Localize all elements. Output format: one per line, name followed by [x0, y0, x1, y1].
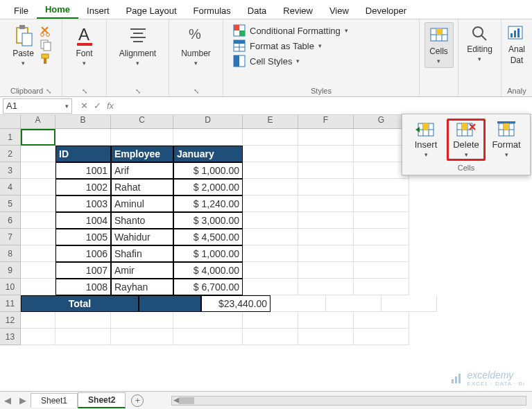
- tab-formulas[interactable]: Formulas: [185, 3, 239, 19]
- copy-icon[interactable]: [40, 39, 52, 51]
- font-button[interactable]: A Font ▾: [71, 22, 98, 68]
- row-header[interactable]: 7: [0, 229, 21, 245]
- font-launcher[interactable]: ⤡: [82, 87, 87, 95]
- row-header[interactable]: 10: [0, 279, 21, 295]
- editing-button[interactable]: Editing ▾: [464, 22, 495, 64]
- cell[interactable]: Arif: [111, 162, 173, 179]
- cell[interactable]: [55, 329, 111, 345]
- cell-styles-button[interactable]: Cell Styles▾: [230, 54, 302, 68]
- format-cells-button[interactable]: Format ▾: [487, 119, 526, 161]
- cell[interactable]: [243, 179, 298, 195]
- tab-home[interactable]: Home: [37, 1, 78, 19]
- tab-file[interactable]: File: [6, 3, 37, 19]
- cell[interactable]: Shafin: [111, 245, 173, 262]
- row-header[interactable]: 8: [0, 245, 21, 262]
- col-header[interactable]: D: [173, 115, 243, 129]
- cell[interactable]: [21, 146, 55, 162]
- cell[interactable]: $ 1,240.00: [173, 195, 243, 212]
- new-sheet-button[interactable]: +: [131, 394, 144, 407]
- cell[interactable]: Aminul: [111, 195, 173, 212]
- cell[interactable]: [21, 262, 55, 279]
- row-header[interactable]: 4: [0, 179, 21, 195]
- sheet-tab[interactable]: Sheet1: [31, 393, 78, 408]
- cell[interactable]: [243, 329, 298, 345]
- cell[interactable]: [21, 312, 55, 329]
- col-header[interactable]: F: [298, 115, 354, 129]
- cell[interactable]: [111, 312, 173, 329]
- conditional-formatting-button[interactable]: Conditional Formatting▾: [230, 24, 351, 37]
- cell[interactable]: [354, 129, 409, 146]
- cell[interactable]: 1001: [55, 162, 111, 179]
- cell[interactable]: [243, 262, 298, 279]
- insert-cells-button[interactable]: Insert ▾: [406, 119, 445, 161]
- cell[interactable]: [21, 179, 55, 195]
- cell[interactable]: [354, 262, 409, 279]
- format-as-table-button[interactable]: Format as Table▾: [230, 39, 325, 53]
- tab-insert[interactable]: Insert: [78, 3, 118, 19]
- cell[interactable]: 1008: [55, 279, 111, 295]
- number-launcher[interactable]: ⤡: [194, 87, 199, 95]
- row-header[interactable]: 11: [0, 295, 21, 312]
- clipboard-launcher[interactable]: ⤡: [46, 87, 51, 95]
- cell[interactable]: 1007: [55, 262, 111, 279]
- cell[interactable]: [354, 146, 409, 162]
- cell[interactable]: [55, 312, 111, 329]
- col-header[interactable]: G: [354, 115, 409, 129]
- cell[interactable]: [111, 129, 173, 146]
- row-header[interactable]: 12: [0, 312, 21, 329]
- tab-view[interactable]: View: [321, 3, 357, 19]
- cell[interactable]: [55, 129, 111, 146]
- cell[interactable]: [21, 195, 55, 212]
- fx-icon[interactable]: fx: [107, 101, 114, 111]
- cell[interactable]: 1006: [55, 245, 111, 262]
- formula-input[interactable]: [119, 98, 532, 114]
- cell[interactable]: [173, 129, 243, 146]
- sheet-nav-next[interactable]: ▶: [15, 395, 31, 406]
- row-header[interactable]: 9: [0, 262, 21, 279]
- cell[interactable]: [354, 162, 409, 179]
- cell[interactable]: [21, 279, 55, 295]
- cut-icon[interactable]: [40, 25, 52, 37]
- cell[interactable]: [298, 129, 354, 146]
- cell[interactable]: [21, 212, 55, 229]
- cell[interactable]: [243, 229, 298, 245]
- tab-review[interactable]: Review: [275, 3, 321, 19]
- row-header[interactable]: 5: [0, 195, 21, 212]
- cell[interactable]: [173, 312, 243, 329]
- cell[interactable]: [243, 129, 298, 146]
- cell[interactable]: ID: [55, 146, 111, 162]
- name-box[interactable]: A1 ▾: [3, 98, 72, 114]
- cell[interactable]: [139, 295, 201, 312]
- cell[interactable]: [354, 229, 409, 245]
- cancel-icon[interactable]: ✕: [80, 101, 88, 111]
- cell[interactable]: [243, 212, 298, 229]
- cell[interactable]: Wahidur: [111, 229, 173, 245]
- cell[interactable]: [354, 212, 409, 229]
- select-all-corner[interactable]: [0, 115, 21, 129]
- cell[interactable]: Rayhan: [111, 279, 173, 295]
- cell[interactable]: [298, 312, 354, 329]
- cell[interactable]: [243, 279, 298, 295]
- cell[interactable]: [298, 279, 354, 295]
- number-button[interactable]: % Number ▾: [178, 22, 214, 68]
- cell[interactable]: [21, 162, 55, 179]
- enter-icon[interactable]: ✓: [94, 101, 101, 111]
- format-painter-icon[interactable]: [40, 53, 52, 65]
- paste-button[interactable]: Paste ▾: [10, 22, 37, 68]
- cell[interactable]: [243, 162, 298, 179]
- tab-developer[interactable]: Developer: [357, 3, 415, 19]
- cell[interactable]: $23,440.00: [201, 295, 271, 312]
- cell[interactable]: Shanto: [111, 212, 173, 229]
- cell[interactable]: Rahat: [111, 179, 173, 195]
- cell[interactable]: Total: [21, 295, 139, 312]
- cell[interactable]: 1003: [55, 195, 111, 212]
- cell[interactable]: $ 1,000.00: [173, 162, 243, 179]
- cell[interactable]: Employee: [111, 146, 173, 162]
- cell[interactable]: [298, 179, 354, 195]
- row-header[interactable]: 6: [0, 212, 21, 229]
- cell[interactable]: [298, 146, 354, 162]
- analyze-data-button[interactable]: Anal Dat: [504, 22, 529, 67]
- cell[interactable]: [326, 295, 381, 312]
- delete-cells-button[interactable]: Delete ▾: [447, 119, 486, 161]
- cell[interactable]: [243, 245, 298, 262]
